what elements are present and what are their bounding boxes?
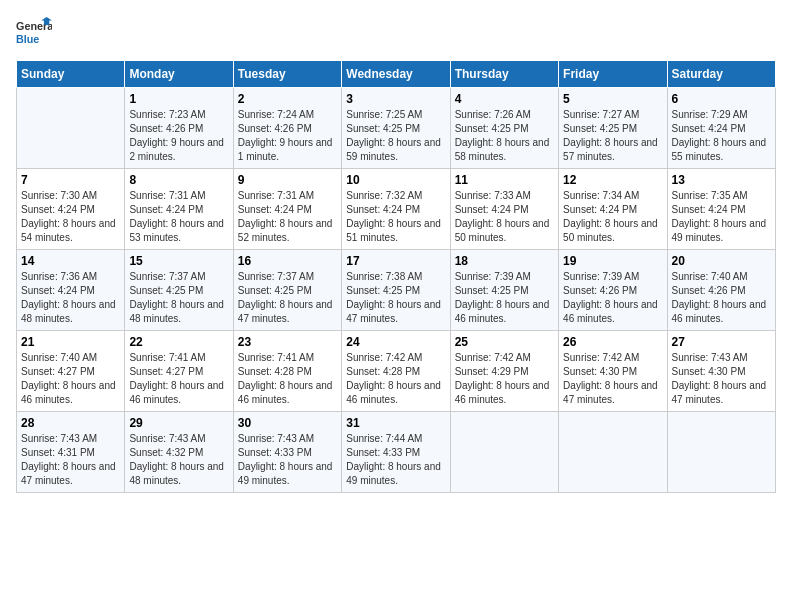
day-number: 6 bbox=[672, 92, 771, 106]
day-cell: 10Sunrise: 7:32 AMSunset: 4:24 PMDayligh… bbox=[342, 169, 450, 250]
day-number: 1 bbox=[129, 92, 228, 106]
day-cell: 22Sunrise: 7:41 AMSunset: 4:27 PMDayligh… bbox=[125, 331, 233, 412]
day-number: 20 bbox=[672, 254, 771, 268]
day-cell: 20Sunrise: 7:40 AMSunset: 4:26 PMDayligh… bbox=[667, 250, 775, 331]
day-info: Sunrise: 7:25 AMSunset: 4:25 PMDaylight:… bbox=[346, 108, 445, 164]
day-info: Sunrise: 7:32 AMSunset: 4:24 PMDaylight:… bbox=[346, 189, 445, 245]
day-number: 3 bbox=[346, 92, 445, 106]
day-cell bbox=[450, 412, 558, 493]
day-number: 12 bbox=[563, 173, 662, 187]
day-number: 15 bbox=[129, 254, 228, 268]
day-info: Sunrise: 7:43 AMSunset: 4:32 PMDaylight:… bbox=[129, 432, 228, 488]
day-number: 30 bbox=[238, 416, 337, 430]
day-number: 31 bbox=[346, 416, 445, 430]
week-row-5: 28Sunrise: 7:43 AMSunset: 4:31 PMDayligh… bbox=[17, 412, 776, 493]
day-number: 10 bbox=[346, 173, 445, 187]
day-number: 19 bbox=[563, 254, 662, 268]
day-info: Sunrise: 7:42 AMSunset: 4:28 PMDaylight:… bbox=[346, 351, 445, 407]
day-cell bbox=[17, 88, 125, 169]
day-number: 25 bbox=[455, 335, 554, 349]
day-info: Sunrise: 7:41 AMSunset: 4:28 PMDaylight:… bbox=[238, 351, 337, 407]
weekday-header-friday: Friday bbox=[559, 61, 667, 88]
day-cell: 4Sunrise: 7:26 AMSunset: 4:25 PMDaylight… bbox=[450, 88, 558, 169]
day-info: Sunrise: 7:40 AMSunset: 4:26 PMDaylight:… bbox=[672, 270, 771, 326]
calendar-table: SundayMondayTuesdayWednesdayThursdayFrid… bbox=[16, 60, 776, 493]
day-cell: 21Sunrise: 7:40 AMSunset: 4:27 PMDayligh… bbox=[17, 331, 125, 412]
day-number: 5 bbox=[563, 92, 662, 106]
day-cell: 18Sunrise: 7:39 AMSunset: 4:25 PMDayligh… bbox=[450, 250, 558, 331]
day-info: Sunrise: 7:44 AMSunset: 4:33 PMDaylight:… bbox=[346, 432, 445, 488]
day-cell: 13Sunrise: 7:35 AMSunset: 4:24 PMDayligh… bbox=[667, 169, 775, 250]
day-number: 18 bbox=[455, 254, 554, 268]
day-info: Sunrise: 7:24 AMSunset: 4:26 PMDaylight:… bbox=[238, 108, 337, 164]
day-number: 11 bbox=[455, 173, 554, 187]
day-number: 22 bbox=[129, 335, 228, 349]
day-number: 7 bbox=[21, 173, 120, 187]
week-row-3: 14Sunrise: 7:36 AMSunset: 4:24 PMDayligh… bbox=[17, 250, 776, 331]
day-info: Sunrise: 7:42 AMSunset: 4:29 PMDaylight:… bbox=[455, 351, 554, 407]
day-cell: 31Sunrise: 7:44 AMSunset: 4:33 PMDayligh… bbox=[342, 412, 450, 493]
day-number: 23 bbox=[238, 335, 337, 349]
day-info: Sunrise: 7:39 AMSunset: 4:25 PMDaylight:… bbox=[455, 270, 554, 326]
day-cell: 30Sunrise: 7:43 AMSunset: 4:33 PMDayligh… bbox=[233, 412, 341, 493]
day-cell: 15Sunrise: 7:37 AMSunset: 4:25 PMDayligh… bbox=[125, 250, 233, 331]
day-info: Sunrise: 7:30 AMSunset: 4:24 PMDaylight:… bbox=[21, 189, 120, 245]
weekday-header-wednesday: Wednesday bbox=[342, 61, 450, 88]
day-number: 9 bbox=[238, 173, 337, 187]
day-info: Sunrise: 7:43 AMSunset: 4:33 PMDaylight:… bbox=[238, 432, 337, 488]
day-number: 17 bbox=[346, 254, 445, 268]
day-cell: 17Sunrise: 7:38 AMSunset: 4:25 PMDayligh… bbox=[342, 250, 450, 331]
day-cell: 16Sunrise: 7:37 AMSunset: 4:25 PMDayligh… bbox=[233, 250, 341, 331]
svg-text:Blue: Blue bbox=[16, 33, 39, 45]
day-cell: 28Sunrise: 7:43 AMSunset: 4:31 PMDayligh… bbox=[17, 412, 125, 493]
day-info: Sunrise: 7:31 AMSunset: 4:24 PMDaylight:… bbox=[129, 189, 228, 245]
day-info: Sunrise: 7:43 AMSunset: 4:31 PMDaylight:… bbox=[21, 432, 120, 488]
day-info: Sunrise: 7:42 AMSunset: 4:30 PMDaylight:… bbox=[563, 351, 662, 407]
day-cell: 19Sunrise: 7:39 AMSunset: 4:26 PMDayligh… bbox=[559, 250, 667, 331]
day-cell: 2Sunrise: 7:24 AMSunset: 4:26 PMDaylight… bbox=[233, 88, 341, 169]
day-number: 13 bbox=[672, 173, 771, 187]
weekday-header-monday: Monday bbox=[125, 61, 233, 88]
weekday-header-row: SundayMondayTuesdayWednesdayThursdayFrid… bbox=[17, 61, 776, 88]
day-info: Sunrise: 7:23 AMSunset: 4:26 PMDaylight:… bbox=[129, 108, 228, 164]
day-info: Sunrise: 7:41 AMSunset: 4:27 PMDaylight:… bbox=[129, 351, 228, 407]
day-cell: 3Sunrise: 7:25 AMSunset: 4:25 PMDaylight… bbox=[342, 88, 450, 169]
day-number: 14 bbox=[21, 254, 120, 268]
day-cell: 14Sunrise: 7:36 AMSunset: 4:24 PMDayligh… bbox=[17, 250, 125, 331]
week-row-4: 21Sunrise: 7:40 AMSunset: 4:27 PMDayligh… bbox=[17, 331, 776, 412]
day-cell: 8Sunrise: 7:31 AMSunset: 4:24 PMDaylight… bbox=[125, 169, 233, 250]
day-info: Sunrise: 7:26 AMSunset: 4:25 PMDaylight:… bbox=[455, 108, 554, 164]
day-cell: 26Sunrise: 7:42 AMSunset: 4:30 PMDayligh… bbox=[559, 331, 667, 412]
day-info: Sunrise: 7:40 AMSunset: 4:27 PMDaylight:… bbox=[21, 351, 120, 407]
weekday-header-thursday: Thursday bbox=[450, 61, 558, 88]
day-cell: 9Sunrise: 7:31 AMSunset: 4:24 PMDaylight… bbox=[233, 169, 341, 250]
day-info: Sunrise: 7:31 AMSunset: 4:24 PMDaylight:… bbox=[238, 189, 337, 245]
day-cell bbox=[667, 412, 775, 493]
day-info: Sunrise: 7:34 AMSunset: 4:24 PMDaylight:… bbox=[563, 189, 662, 245]
day-info: Sunrise: 7:33 AMSunset: 4:24 PMDaylight:… bbox=[455, 189, 554, 245]
day-cell: 24Sunrise: 7:42 AMSunset: 4:28 PMDayligh… bbox=[342, 331, 450, 412]
day-info: Sunrise: 7:37 AMSunset: 4:25 PMDaylight:… bbox=[238, 270, 337, 326]
day-number: 29 bbox=[129, 416, 228, 430]
weekday-header-saturday: Saturday bbox=[667, 61, 775, 88]
day-cell: 7Sunrise: 7:30 AMSunset: 4:24 PMDaylight… bbox=[17, 169, 125, 250]
day-info: Sunrise: 7:36 AMSunset: 4:24 PMDaylight:… bbox=[21, 270, 120, 326]
day-cell: 27Sunrise: 7:43 AMSunset: 4:30 PMDayligh… bbox=[667, 331, 775, 412]
day-info: Sunrise: 7:37 AMSunset: 4:25 PMDaylight:… bbox=[129, 270, 228, 326]
day-info: Sunrise: 7:29 AMSunset: 4:24 PMDaylight:… bbox=[672, 108, 771, 164]
day-cell: 11Sunrise: 7:33 AMSunset: 4:24 PMDayligh… bbox=[450, 169, 558, 250]
day-info: Sunrise: 7:27 AMSunset: 4:25 PMDaylight:… bbox=[563, 108, 662, 164]
day-number: 2 bbox=[238, 92, 337, 106]
logo: General Blue bbox=[16, 16, 52, 52]
day-cell: 6Sunrise: 7:29 AMSunset: 4:24 PMDaylight… bbox=[667, 88, 775, 169]
day-info: Sunrise: 7:38 AMSunset: 4:25 PMDaylight:… bbox=[346, 270, 445, 326]
day-cell: 25Sunrise: 7:42 AMSunset: 4:29 PMDayligh… bbox=[450, 331, 558, 412]
day-cell: 29Sunrise: 7:43 AMSunset: 4:32 PMDayligh… bbox=[125, 412, 233, 493]
day-cell: 12Sunrise: 7:34 AMSunset: 4:24 PMDayligh… bbox=[559, 169, 667, 250]
day-number: 21 bbox=[21, 335, 120, 349]
day-cell: 5Sunrise: 7:27 AMSunset: 4:25 PMDaylight… bbox=[559, 88, 667, 169]
day-info: Sunrise: 7:39 AMSunset: 4:26 PMDaylight:… bbox=[563, 270, 662, 326]
day-number: 28 bbox=[21, 416, 120, 430]
day-info: Sunrise: 7:43 AMSunset: 4:30 PMDaylight:… bbox=[672, 351, 771, 407]
logo-icon: General Blue bbox=[16, 16, 52, 52]
